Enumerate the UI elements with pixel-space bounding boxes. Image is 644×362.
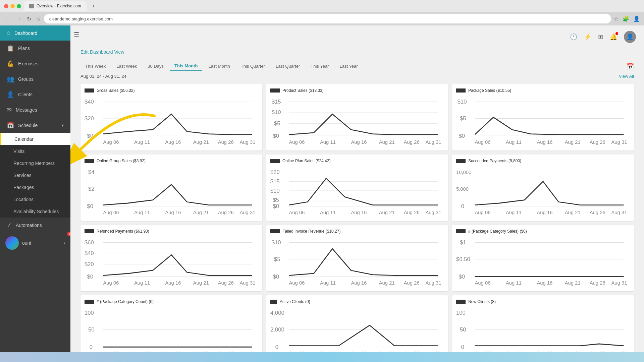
svg-text:$5: $5 <box>274 120 280 127</box>
maximize-dot[interactable] <box>17 4 21 8</box>
submenu-item-packages[interactable]: Packages <box>0 181 70 193</box>
svg-text:Aug 21: Aug 21 <box>565 210 581 215</box>
filter-this-year[interactable]: This Year <box>306 62 333 71</box>
browser-toolbar: ← → ↻ ⌂ cleandemo.staging.exercise.com ☆… <box>0 12 644 25</box>
home-button[interactable]: ⌂ <box>35 14 41 23</box>
svg-text:$15: $15 <box>270 178 280 185</box>
filter-this-week[interactable]: This Week <box>80 62 110 71</box>
filter-this-month[interactable]: This Month <box>170 61 202 71</box>
chart-header: New Clients (8) <box>456 299 630 304</box>
user-avatar[interactable]: 👤 <box>624 31 636 43</box>
svg-text:$0: $0 <box>87 203 93 209</box>
submenu-item-locations[interactable]: Locations <box>0 193 70 205</box>
sidebar-item-account[interactable]: ount › 1 <box>0 233 70 253</box>
chart-svg: $1 $0.50 $0 Aug 06 Aug 11 Aug 16 Aug 21 … <box>456 236 630 286</box>
filter-last-month[interactable]: Last Month <box>204 62 234 71</box>
svg-text:Aug 21: Aug 21 <box>193 280 209 286</box>
svg-text:Aug 16: Aug 16 <box>351 210 367 215</box>
filter-this-quarter[interactable]: This Quarter <box>236 62 270 71</box>
minimize-dot[interactable] <box>10 4 15 8</box>
browser-tab[interactable]: Overview - Exercise.com <box>24 1 87 11</box>
svg-text:Aug 31: Aug 31 <box>426 280 441 286</box>
svg-text:$40: $40 <box>85 99 94 105</box>
chart-svg: $15 $10 $5 $0 Aug 06 Aug 11 Aug 16 Aug 2… <box>270 96 444 145</box>
lightning-icon[interactable]: ⚡ <box>584 33 591 41</box>
submenu-item-recurring-members[interactable]: Recurring Members <box>0 157 70 169</box>
chart-header: # (Package Category Sales) ($0) <box>456 229 630 234</box>
top-bar: 🕐 ⚡ ⊞ 🔔 👤 <box>562 25 644 48</box>
svg-text:$0.50: $0.50 <box>456 256 470 262</box>
submenu-item-services[interactable]: Services <box>0 169 70 181</box>
chart-header: Package Sales ($10.55) <box>456 88 630 93</box>
address-bar[interactable]: cleandemo.staging.exercise.com <box>44 14 611 23</box>
chart-gross-sales: Gross Sales ($56.32) $40 $20 $0 Aug 06 A… <box>80 84 262 150</box>
back-button[interactable]: ← <box>4 14 12 23</box>
chart-header: Product Sales ($13.33) <box>270 88 444 93</box>
svg-text:100: 100 <box>456 310 466 316</box>
refresh-button[interactable]: ↻ <box>25 14 33 23</box>
submenu-item-availability-schedules[interactable]: Availability Schedules <box>0 205 70 218</box>
filter-last-year[interactable]: Last Year <box>335 62 362 71</box>
clock-icon[interactable]: 🕐 <box>570 33 577 41</box>
groups-icon: 👥 <box>7 75 14 83</box>
svg-text:Aug 26: Aug 26 <box>590 139 605 145</box>
svg-text:Aug 31: Aug 31 <box>240 210 256 215</box>
sidebar-item-messages[interactable]: ✉ Messages <box>0 102 70 118</box>
legend-box <box>456 159 466 163</box>
submenu-item-visits[interactable]: Visits <box>0 145 70 157</box>
calendar-icon[interactable]: 📅 <box>627 63 634 70</box>
svg-text:Aug 11: Aug 11 <box>320 139 336 145</box>
sidebar-item-clients[interactable]: 👤 Clients <box>0 87 70 102</box>
sidebar-item-exercises[interactable]: 💪 Exercises <box>0 56 70 71</box>
legend-box <box>270 159 280 163</box>
sidebar-item-schedule[interactable]: 📅 Schedule ▾ <box>0 118 70 133</box>
hamburger-button[interactable]: ☰ <box>74 31 79 38</box>
svg-text:$10: $10 <box>272 239 281 246</box>
edit-dashboard-link[interactable]: Edit Dashboard View <box>80 49 124 55</box>
new-tab-button[interactable]: + <box>89 2 98 10</box>
chart-header: Online Plan Sales ($24.42) <box>270 159 444 163</box>
svg-text:Aug 06: Aug 06 <box>103 280 119 286</box>
svg-text:Aug 31: Aug 31 <box>611 280 627 286</box>
chart-svg: 4,000 2,000 0 Aug 06 Aug 11 Aug 16 Aug 2… <box>270 307 444 356</box>
recurring-members-label: Recurring Members <box>13 161 55 166</box>
profile-icon[interactable]: 👤 <box>633 16 640 22</box>
svg-text:Aug 26: Aug 26 <box>404 139 420 145</box>
svg-text:0: 0 <box>275 344 278 350</box>
svg-text:Aug 21: Aug 21 <box>565 280 581 286</box>
extensions-icon[interactable]: 🧩 <box>623 16 629 22</box>
svg-text:$0: $0 <box>273 133 279 139</box>
submenu-item-calendar[interactable]: Calendar <box>0 133 70 145</box>
svg-text:Aug 26: Aug 26 <box>218 139 234 145</box>
svg-text:$0: $0 <box>459 274 465 280</box>
sidebar-item-plans[interactable]: 📋 Plans <box>0 41 70 56</box>
filter-30-days[interactable]: 30 Days <box>143 62 168 71</box>
dashboard-content: Edit Dashboard View This Week Last Week … <box>80 49 634 362</box>
chart-succeeded-payments: Succeeded Payments (9,800) 10,000 5,000 … <box>452 155 634 221</box>
chart-title: # (Package Category Count) (0) <box>97 299 154 304</box>
forward-button[interactable]: → <box>15 14 23 23</box>
svg-text:Aug 21: Aug 21 <box>193 139 209 145</box>
chart-header: # (Package Category Count) (0) <box>85 299 258 304</box>
sidebar-item-label: Clients <box>18 92 33 97</box>
view-all-link[interactable]: View All <box>619 74 634 79</box>
notification-icon[interactable]: 🔔 <box>610 33 617 41</box>
filter-last-quarter[interactable]: Last Quarter <box>271 62 305 71</box>
sidebar-item-groups[interactable]: 👥 Groups <box>0 71 70 87</box>
chart-title: # (Package Category Sales) ($0) <box>468 229 527 234</box>
date-range-text: Aug 01, 24 - Aug 31, 24 <box>80 74 126 79</box>
svg-text:$0: $0 <box>273 203 279 209</box>
svg-text:Aug 21: Aug 21 <box>193 210 209 215</box>
chart-title: Gross Sales ($56.32) <box>97 88 135 93</box>
chart-svg: $40 $20 $0 Aug 06 Aug 11 Aug 16 Aug 21 A… <box>85 96 258 145</box>
svg-text:$0: $0 <box>273 274 279 280</box>
close-dot[interactable] <box>4 4 8 8</box>
chevron-right-icon: › <box>64 241 65 245</box>
automations-icon: ✓ <box>7 222 12 229</box>
grid-icon[interactable]: ⊞ <box>598 33 603 41</box>
sidebar-item-dashboard[interactable]: ⌂ Dashboard <box>0 25 70 41</box>
sidebar-item-automations[interactable]: ✓ Automations <box>0 218 70 233</box>
sidebar-item-label: Plans <box>18 46 30 51</box>
bookmark-icon[interactable]: ☆ <box>614 16 619 22</box>
filter-last-week[interactable]: Last Week <box>112 62 142 71</box>
